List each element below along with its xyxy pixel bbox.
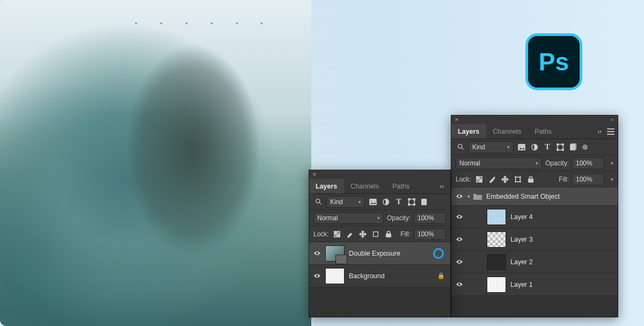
layer-row[interactable]: Background 🔒 bbox=[309, 265, 450, 287]
layer-name[interactable]: Background bbox=[349, 272, 433, 280]
tab-paths[interactable]: Paths bbox=[528, 124, 559, 139]
layer-name[interactable]: Embedded Smart Object bbox=[486, 193, 613, 200]
blend-mode-dropdown[interactable]: Normal ▾ bbox=[313, 212, 384, 224]
layer-thumbnail[interactable] bbox=[487, 254, 506, 270]
lock-label: Lock: bbox=[313, 230, 329, 238]
panel-titlebar[interactable]: ✕ « bbox=[451, 115, 618, 124]
collapse-icon[interactable]: « bbox=[609, 117, 616, 123]
layer-row[interactable]: Layer 4 bbox=[451, 206, 618, 228]
layer-thumbnail[interactable] bbox=[487, 209, 506, 225]
lock-position-icon[interactable] bbox=[358, 229, 368, 239]
svg-rect-43 bbox=[386, 234, 391, 237]
svg-line-28 bbox=[319, 202, 321, 204]
layer-thumbnail[interactable] bbox=[487, 277, 506, 293]
search-icon[interactable] bbox=[456, 142, 465, 152]
filter-toggle[interactable] bbox=[582, 144, 588, 150]
layer-name[interactable]: Layer 4 bbox=[510, 213, 613, 221]
visibility-toggle[interactable] bbox=[313, 250, 321, 257]
svg-point-0 bbox=[458, 144, 462, 148]
chevron-down-icon[interactable]: ▾ bbox=[611, 177, 613, 182]
close-icon[interactable]: ✕ bbox=[311, 171, 318, 178]
tab-channels[interactable]: Channels bbox=[344, 179, 386, 193]
tab-layers[interactable]: Layers bbox=[451, 124, 486, 139]
fill-dropdown[interactable]: 100% bbox=[414, 228, 446, 240]
visibility-toggle[interactable] bbox=[313, 272, 321, 280]
layer-row[interactable]: Layer 2 bbox=[451, 251, 618, 273]
svg-rect-34 bbox=[414, 198, 415, 200]
panel-menu-icon[interactable] bbox=[607, 128, 614, 135]
search-icon[interactable] bbox=[313, 197, 323, 207]
svg-rect-6 bbox=[557, 143, 559, 145]
chevron-down-icon[interactable]: ▾ bbox=[611, 161, 613, 166]
lock-indicator-icon[interactable]: 🔒 bbox=[437, 272, 445, 279]
opacity-dropdown[interactable]: 100% bbox=[572, 157, 604, 169]
visibility-toggle[interactable] bbox=[456, 258, 463, 266]
adjustment-filter-icon[interactable] bbox=[381, 197, 391, 207]
svg-rect-21 bbox=[528, 179, 533, 182]
tab-layers[interactable]: Layers bbox=[309, 179, 344, 193]
panel-titlebar[interactable]: ✕ bbox=[309, 170, 450, 179]
layer-group[interactable]: ▾ Embedded Smart Object bbox=[451, 187, 618, 206]
opacity-label: Opacity: bbox=[545, 160, 569, 167]
lock-transparency-icon[interactable] bbox=[474, 175, 484, 184]
image-filter-icon[interactable] bbox=[517, 142, 526, 152]
lock-transparency-icon[interactable] bbox=[332, 229, 342, 239]
lock-all-icon[interactable] bbox=[526, 175, 536, 184]
opacity-dropdown[interactable]: 100% bbox=[414, 212, 446, 224]
lock-artboard-icon[interactable] bbox=[513, 175, 523, 184]
svg-rect-35 bbox=[408, 204, 410, 205]
svg-point-23 bbox=[458, 215, 460, 218]
tab-channels[interactable]: Channels bbox=[486, 124, 528, 139]
layer-name[interactable]: Layer 2 bbox=[510, 258, 613, 266]
svg-rect-14 bbox=[476, 179, 478, 182]
kind-filter-dropdown[interactable]: Kind ▾ bbox=[326, 196, 365, 208]
layer-name[interactable]: Layer 3 bbox=[510, 236, 613, 243]
svg-rect-12 bbox=[476, 176, 478, 178]
shape-filter-icon[interactable] bbox=[407, 197, 416, 207]
layer-row[interactable]: Double Exposure bbox=[309, 242, 450, 265]
svg-point-27 bbox=[316, 199, 319, 203]
layer-thumbnail[interactable] bbox=[487, 231, 506, 248]
blend-mode-dropdown[interactable]: Normal ▾ bbox=[456, 157, 542, 169]
close-icon[interactable]: ✕ bbox=[453, 117, 460, 123]
lock-position-icon[interactable] bbox=[500, 175, 510, 184]
image-filter-icon[interactable] bbox=[368, 197, 378, 207]
opacity-value: 100% bbox=[418, 214, 434, 222]
layer-row[interactable]: Layer 3 bbox=[451, 228, 618, 251]
kind-filter-dropdown[interactable]: Kind ▾ bbox=[469, 141, 514, 153]
layer-name[interactable]: Layer 1 bbox=[510, 281, 613, 288]
type-filter-icon[interactable]: T bbox=[543, 142, 552, 152]
svg-rect-39 bbox=[338, 231, 340, 233]
tab-paths[interactable]: Paths bbox=[386, 179, 416, 193]
visibility-toggle[interactable] bbox=[456, 236, 463, 243]
blend-mode-value: Normal bbox=[317, 214, 338, 222]
svg-rect-38 bbox=[334, 231, 336, 233]
svg-point-25 bbox=[458, 260, 460, 263]
layer-name[interactable]: Double Exposure bbox=[349, 250, 429, 257]
visibility-toggle[interactable] bbox=[456, 193, 463, 200]
smartobject-filter-icon[interactable] bbox=[568, 142, 578, 152]
chevron-down-icon: ▾ bbox=[377, 215, 380, 221]
panel-expand-icon[interactable]: ›› bbox=[594, 128, 605, 135]
svg-point-45 bbox=[316, 274, 318, 277]
smartobject-filter-icon[interactable] bbox=[420, 197, 429, 207]
visibility-toggle[interactable] bbox=[456, 213, 463, 221]
shape-filter-icon[interactable] bbox=[555, 142, 565, 152]
lock-all-icon[interactable] bbox=[384, 229, 393, 239]
type-filter-icon[interactable]: T bbox=[394, 197, 404, 207]
visibility-toggle[interactable] bbox=[456, 281, 463, 288]
panel-expand-icon[interactable]: ›› bbox=[436, 183, 447, 190]
svg-rect-33 bbox=[408, 198, 410, 200]
lock-paint-icon[interactable] bbox=[345, 229, 355, 239]
svg-rect-15 bbox=[480, 179, 482, 182]
layer-thumbnail[interactable] bbox=[325, 268, 345, 284]
svg-rect-36 bbox=[414, 204, 415, 205]
adjustment-filter-icon[interactable] bbox=[530, 142, 539, 152]
lock-artboard-icon[interactable] bbox=[371, 229, 380, 239]
layer-thumbnail[interactable] bbox=[325, 245, 345, 262]
disclosure-triangle-icon[interactable]: ▾ bbox=[467, 194, 470, 199]
layers-list: Double Exposure Background 🔒 bbox=[309, 242, 450, 287]
layer-row[interactable]: Layer 1 bbox=[451, 273, 618, 296]
lock-paint-icon[interactable] bbox=[487, 175, 497, 184]
fill-dropdown[interactable]: 100% bbox=[572, 173, 604, 185]
